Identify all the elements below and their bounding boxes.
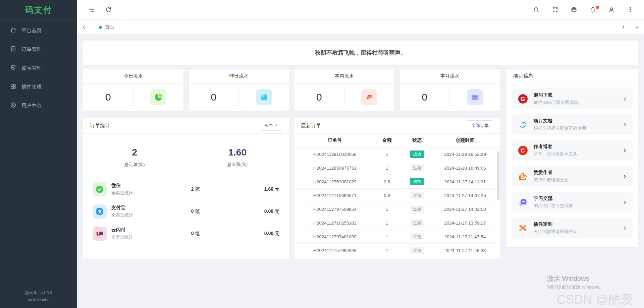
total-orders: 2 总订单(笔) [83, 147, 186, 168]
sidebar-item-user-center[interactable]: 用户中心 [0, 96, 77, 115]
channel-desc: 全渠道统计 [111, 234, 152, 240]
col-amount: 金额 [373, 137, 401, 143]
channel-count: 2 [191, 186, 194, 192]
notifications-bell-icon[interactable] [589, 6, 596, 13]
version-info: 版本号：v1.0.0 by techhaha [0, 290, 77, 303]
gitee-icon: G [517, 93, 529, 105]
project-item-source-download[interactable]: G 源码下载 前往gitee下载免费源码 [512, 88, 633, 109]
sidebar-item-accounts[interactable]: 账号管理 [0, 59, 77, 77]
table-scrollbar[interactable] [497, 151, 499, 200]
order-no: H2024112753981029 [297, 179, 373, 184]
svg-text:C: C [521, 147, 525, 154]
channel-desc: 全渠道统计 [111, 212, 152, 218]
chevron-down-icon [275, 123, 278, 128]
latest-orders-card: 最新订单 全部订单 订单号 金额 状态 创建时间 [294, 118, 500, 259]
version-author: by techhaha [0, 297, 77, 303]
tab-label: 首页 [105, 24, 114, 30]
project-item-desc: 加入项目学习交流群 [534, 203, 622, 209]
sidebar-menu: 平台首页 订单管理 账号管理 插件管理 [0, 20, 77, 115]
tabs-menu-chevron-down-icon[interactable] [630, 20, 644, 35]
order-row: H2024112797481009 1 过期 2024-11-27 11:47:… [297, 230, 497, 244]
year-range-select[interactable]: 今年 [261, 121, 282, 131]
channel-count-unit: 笔 [195, 208, 200, 214]
order-time: 2024-11-27 11:46:33 [433, 248, 497, 253]
project-item-blog[interactable]: C 作者博客 分享一些小项目小工具 [512, 140, 633, 161]
channel-desc: 全渠道统计 [111, 190, 152, 196]
order-row: H2024112797509854 1 过期 2024-11-27 14:02:… [297, 202, 497, 216]
channel-wechat: 微信 全渠道统计 2 笔 1.60 元 [93, 182, 279, 196]
order-row: H2024112753981029 0.6 成功 2024-11-27 14:1… [297, 175, 497, 189]
alipay-icon: 支 [93, 204, 107, 219]
clipboard-check-icon [10, 46, 16, 53]
unionpay-icon [93, 227, 107, 241]
order-row: H2024112810010056 1 成功 2024-11-28 16:52:… [297, 147, 497, 161]
paypal-icon: PP [361, 89, 377, 105]
order-time: 2024-11-28 16:52:29 [433, 152, 497, 157]
more-menu-icon[interactable]: ⋮ [627, 6, 634, 13]
project-list: G 源码下载 前往gitee下载免费源码 [506, 83, 638, 243]
sidebar-item-orders[interactable]: 订单管理 [0, 40, 77, 59]
search-icon[interactable] [533, 6, 540, 13]
stat-title: 本月流水 [400, 69, 500, 84]
collapse-menu-icon[interactable] [88, 6, 95, 13]
sidebar-item-plugins[interactable]: 插件管理 [0, 77, 77, 96]
chat-bubble-icon [517, 196, 529, 208]
latest-orders-title: 最新订单 [301, 123, 321, 129]
order-amount: 1 [373, 248, 401, 253]
total-orders-label: 总订单(笔) [83, 162, 186, 168]
csdn-icon: C [517, 145, 529, 156]
order-status-badge: 过期 [410, 192, 424, 199]
fullscreen-icon[interactable] [551, 6, 559, 13]
channel-name: 云闪付 [111, 227, 152, 233]
order-row: H2024112710255102 1 过期 2024-11-27 13:59:… [297, 216, 497, 230]
stat-value: 0 [400, 91, 450, 103]
order-amount: 0.6 [373, 179, 401, 184]
order-amount: 0.8 [373, 193, 401, 198]
wallet-icon [256, 89, 272, 105]
order-stats-title: 订单统计 [90, 123, 110, 129]
content: 秋阴不散霜飞晚，留得枯荷听雨声。 今日流水 0 [77, 35, 644, 308]
language-globe-icon[interactable] [570, 6, 578, 13]
sidebar-item-label: 账号管理 [21, 65, 42, 71]
refresh-icon[interactable] [105, 6, 112, 13]
project-item-praise[interactable]: 赞赏作者 支持作者继续更新 [512, 166, 633, 187]
order-status-badge: 过期 [410, 205, 424, 213]
project-info-title: 项目信息 [506, 69, 638, 83]
order-no: H2024112757994849 [297, 248, 373, 253]
project-item-title: 项目文档 [534, 118, 622, 124]
order-amount: 1 [373, 221, 401, 226]
user-icon[interactable] [608, 6, 615, 13]
sidebar-item-home[interactable]: 平台首页 [0, 21, 77, 40]
app-logo: 码支付 [0, 0, 77, 20]
channel-name: 微信 [111, 183, 152, 189]
order-time: 2024-11-27 11:47:54 [433, 234, 497, 239]
tabs-scroll-right-icon[interactable] [616, 20, 630, 35]
stat-card-yesterday: 昨日流水 0 [189, 69, 289, 111]
order-row: H2024112710099571 0.8 过期 2024-11-27 14:0… [297, 189, 497, 202]
channel-amount-unit: 元 [275, 231, 279, 236]
shield-check-icon [10, 64, 16, 72]
channel-amount: 1.60 [264, 186, 273, 192]
tab-home[interactable]: 首页 [91, 20, 122, 35]
order-status-badge: 过期 [410, 164, 424, 172]
order-time: 2024-11-28 16:49:06 [433, 166, 497, 171]
project-item-chat-group[interactable]: 学习交流 加入项目学习交流群 [512, 192, 633, 212]
project-info-card: 项目信息 G 源码下载 前往gitee下载免费源码 [506, 69, 638, 247]
channel-unionpay: 云闪付 全渠道统计 0 笔 0.00 元 [93, 227, 279, 241]
project-item-desc: 根据文档相关配置正确使用 [534, 125, 622, 131]
project-item-title: 插件定制 [534, 221, 622, 227]
project-item-docs[interactable]: 项目文档 根据文档相关配置正确使用 [512, 114, 633, 135]
stat-value: 0 [189, 91, 239, 103]
channel-count: 0 [191, 208, 194, 214]
all-orders-button[interactable]: 全部订单 [467, 120, 493, 131]
order-status-badge: 过期 [410, 247, 424, 254]
channel-alipay: 支 支付宝 全渠道统计 0 笔 0.00 元 [93, 204, 279, 219]
channel-count: 0 [191, 231, 194, 236]
tabs-scroll-left-icon[interactable] [77, 20, 91, 35]
main-area: ⋮ 首页 秋阴不散霜飞晚，留得枯荷听雨声。 [77, 0, 644, 308]
windows-activation-watermark: 激活 Windows [547, 274, 589, 283]
sidebar-item-label: 用户中心 [21, 103, 42, 109]
project-item-plugin-custom[interactable]: 插件定制 有定制需求请联系作者 [512, 218, 633, 238]
order-time: 2024-11-27 14:11:01 [433, 179, 497, 184]
praise-thumbs-up-icon [517, 171, 529, 182]
